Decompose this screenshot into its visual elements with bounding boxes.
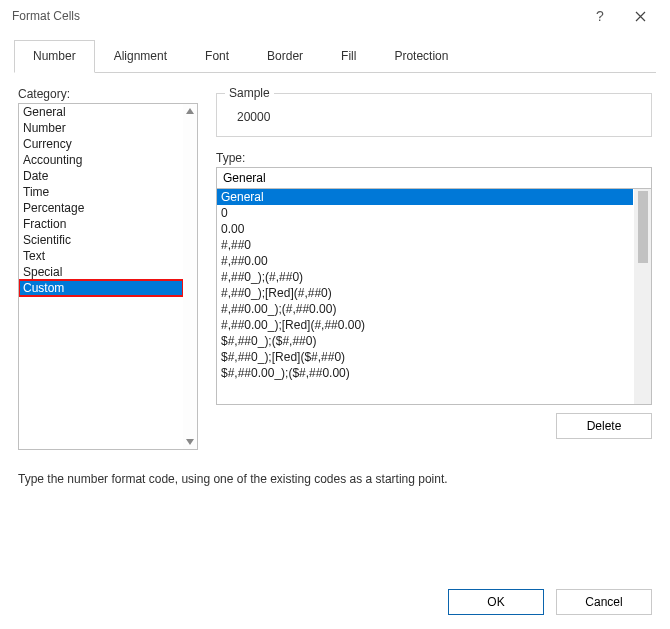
type-item[interactable]: #,##0_);[Red](#,##0) [217,285,633,301]
sample-legend: Sample [225,86,274,100]
ok-button[interactable]: OK [448,589,544,615]
type-label: Type: [216,151,652,165]
hint-text: Type the number format code, using one o… [18,472,652,486]
tab-fill[interactable]: Fill [322,40,375,73]
tab-font[interactable]: Font [186,40,248,73]
category-item[interactable]: Text [19,248,183,264]
type-item[interactable]: #,##0_);(#,##0) [217,269,633,285]
category-item[interactable]: Scientific [19,232,183,248]
type-item[interactable]: $#,##0.00_);($#,##0.00) [217,365,633,381]
category-label: Category: [18,87,198,101]
category-listbox[interactable]: GeneralNumberCurrencyAccountingDateTimeP… [18,103,198,450]
sample-group: Sample 20000 [216,93,652,137]
type-listbox[interactable]: General00.00#,##0#,##0.00#,##0_);(#,##0)… [216,189,652,405]
help-button[interactable]: ? [580,2,620,30]
type-scrollbar[interactable] [634,189,651,404]
cancel-button[interactable]: Cancel [556,589,652,615]
window-title: Format Cells [12,9,580,23]
tab-border[interactable]: Border [248,40,322,73]
category-item[interactable]: Special [19,264,183,280]
category-item[interactable]: Fraction [19,216,183,232]
tab-number[interactable]: Number [14,40,95,73]
type-input[interactable] [216,167,652,189]
category-item[interactable]: Accounting [19,152,183,168]
category-item[interactable]: General [19,104,183,120]
category-item[interactable]: Date [19,168,183,184]
tab-strip: Number Alignment Font Border Fill Protec… [14,40,656,73]
sample-value: 20000 [227,106,641,126]
scroll-down-icon[interactable] [183,435,197,449]
category-item[interactable]: Custom [19,280,183,296]
type-item[interactable]: #,##0.00 [217,253,633,269]
scrollbar-track[interactable] [183,104,197,449]
type-item[interactable]: General [217,189,633,205]
category-item[interactable]: Time [19,184,183,200]
type-item[interactable]: #,##0.00_);[Red](#,##0.00) [217,317,633,333]
type-item[interactable]: $#,##0_);($#,##0) [217,333,633,349]
close-icon [635,11,646,22]
category-item[interactable]: Percentage [19,200,183,216]
type-item[interactable]: 0.00 [217,221,633,237]
category-item[interactable]: Number [19,120,183,136]
type-item[interactable]: #,##0 [217,237,633,253]
category-item[interactable]: Currency [19,136,183,152]
type-item[interactable]: 0 [217,205,633,221]
type-item[interactable]: #,##0.00_);(#,##0.00) [217,301,633,317]
question-icon: ? [596,8,604,24]
delete-button[interactable]: Delete [556,413,652,439]
title-bar: Format Cells ? [0,0,670,32]
scroll-up-icon[interactable] [183,104,197,118]
close-button[interactable] [620,2,660,30]
type-item[interactable]: $#,##0_);[Red]($#,##0) [217,349,633,365]
tab-protection[interactable]: Protection [375,40,467,73]
type-scrollbar-thumb[interactable] [638,191,648,263]
tab-alignment[interactable]: Alignment [95,40,186,73]
